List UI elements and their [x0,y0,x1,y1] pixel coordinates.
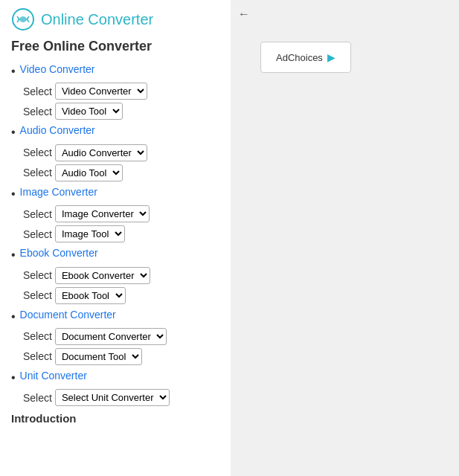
select-label-ebook-tool-select: Select [23,289,52,301]
logo-area: Online Converter [11,7,219,31]
select-row-image-tool-select: SelectImage Tool [23,225,219,242]
logo-icon [11,7,35,31]
bullet-image: • [11,186,16,202]
select-row-unit-converter-select: SelectSelect Unit Converter [23,389,219,406]
select-row-ebook-tool-select: SelectEbook Tool [23,287,219,304]
back-arrow[interactable]: ← [238,7,250,21]
audio-tool-select[interactable]: Audio Tool [55,164,123,181]
right-panel: ← AdChoices ▶ [231,0,459,476]
left-panel: Online Converter Free Online Converter •… [0,0,231,476]
section-unit: •Unit ConverterSelectSelect Unit Convert… [11,370,219,406]
document-tool-select[interactable]: Document Tool [55,348,142,365]
select-label-ebook-converter-select: Select [23,269,52,281]
page-title: Free Online Converter [11,39,219,54]
section-document: •Document ConverterSelectDocument Conver… [11,309,219,365]
link-image[interactable]: Image Converter [20,186,97,198]
bullet-document: • [11,309,16,325]
select-label-document-converter-select: Select [23,330,52,342]
select-row-document-converter-select: SelectDocument Converter [23,328,219,345]
bullet-item-ebook: •Ebook Converter [11,247,219,263]
unit-converter-select[interactable]: Select Unit Converter [55,389,170,406]
logo-text: Online Converter [41,11,153,28]
video-converter-select[interactable]: Video Converter [55,83,147,100]
video-tool-select[interactable]: Video Tool [55,103,123,120]
ebook-converter-select[interactable]: Ebook Converter [55,267,150,284]
select-row-image-converter-select: SelectImage Converter [23,205,219,222]
select-label-image-tool-select: Select [23,228,52,240]
link-document[interactable]: Document Converter [20,309,116,321]
link-video[interactable]: Video Converter [20,63,95,75]
bullet-item-video: •Video Converter [11,63,219,80]
image-tool-select[interactable]: Image Tool [55,225,125,242]
ad-icon: ▶ [327,51,336,63]
image-converter-select[interactable]: Image Converter [55,205,150,222]
bullet-audio: • [11,124,16,141]
ad-box: AdChoices ▶ [260,42,351,73]
select-label-image-converter-select: Select [23,208,52,220]
select-row-document-tool-select: SelectDocument Tool [23,348,219,365]
sections-container: •Video ConverterSelectVideo ConverterSel… [11,63,219,406]
select-label-unit-converter-select: Select [23,392,52,404]
bullet-item-image: •Image Converter [11,186,219,202]
select-label-audio-tool-select: Select [23,167,52,178]
select-label-video-converter-select: Select [23,86,52,97]
audio-converter-select[interactable]: Audio Converter [55,144,147,161]
ad-text: AdChoices [276,52,323,63]
select-row-audio-tool-select: SelectAudio Tool [23,164,219,181]
section-audio: •Audio ConverterSelectAudio ConverterSel… [11,124,219,181]
ebook-tool-select[interactable]: Ebook Tool [55,287,126,304]
bullet-video: • [11,63,16,80]
intro-title: Introduction [11,412,219,425]
link-unit[interactable]: Unit Converter [20,370,87,382]
select-label-audio-converter-select: Select [23,147,52,158]
select-row-audio-converter-select: SelectAudio Converter [23,144,219,161]
section-image: •Image ConverterSelectImage ConverterSel… [11,186,219,242]
section-ebook: •Ebook ConverterSelectEbook ConverterSel… [11,247,219,303]
select-row-video-converter-select: SelectVideo Converter [23,83,219,100]
bullet-item-document: •Document Converter [11,309,219,325]
bullet-item-audio: •Audio Converter [11,124,219,141]
select-row-ebook-converter-select: SelectEbook Converter [23,267,219,284]
section-video: •Video ConverterSelectVideo ConverterSel… [11,63,219,120]
link-ebook[interactable]: Ebook Converter [20,247,98,259]
select-row-video-tool-select: SelectVideo Tool [23,103,219,120]
select-label-document-tool-select: Select [23,350,52,362]
bullet-unit: • [11,370,16,386]
link-audio[interactable]: Audio Converter [20,124,95,136]
document-converter-select[interactable]: Document Converter [55,328,167,345]
select-label-video-tool-select: Select [23,106,52,118]
bullet-item-unit: •Unit Converter [11,370,219,386]
bullet-ebook: • [11,247,16,263]
